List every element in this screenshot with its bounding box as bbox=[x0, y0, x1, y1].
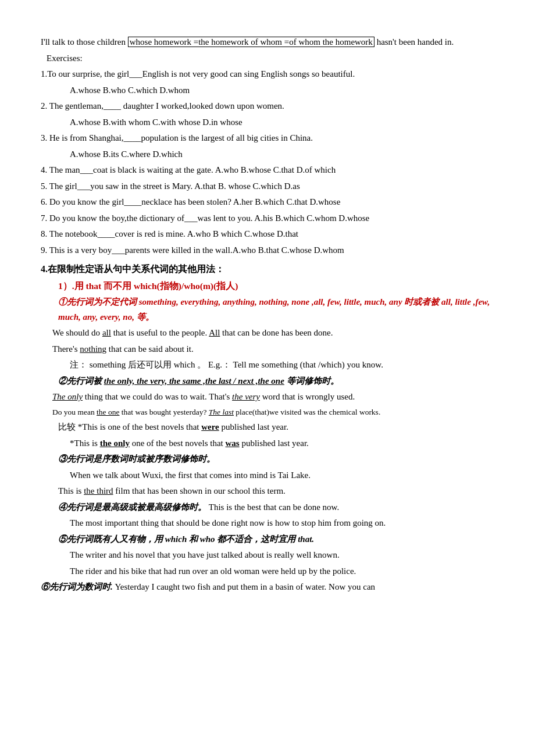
q3-answers: A.whose B.its C.where D.which bbox=[70, 147, 494, 162]
question-7: 7. Do you know the boy,the dictionary of… bbox=[41, 211, 494, 226]
question-4: 4. The man___coat is black is waiting at… bbox=[41, 163, 494, 178]
sub1-rule3: ③先行词是序数词时或被序数词修饰时。 bbox=[58, 452, 494, 467]
sub1-rule2: ②先行词被 the only, the very, the same ,the … bbox=[58, 374, 494, 389]
sub1-rule1: ①先行词为不定代词 something, everything, anythin… bbox=[58, 295, 494, 324]
question-6: 6. Do you know the girl____necklace has … bbox=[41, 195, 494, 210]
exercises-label: Exercises: bbox=[47, 51, 494, 66]
intro-paragraph: I'll talk to those children whose homewo… bbox=[41, 35, 494, 50]
sub1-compare: 比较 *This is one of the best novels that … bbox=[58, 420, 494, 435]
sub1-ex4: Do you mean the one that was bought yest… bbox=[52, 406, 494, 419]
page-content: I'll talk to those children whose homewo… bbox=[41, 35, 494, 595]
question-2: 2. The gentleman,____ daughter I worked,… bbox=[41, 99, 494, 114]
intro-text: I'll talk to those children bbox=[41, 37, 126, 47]
sub1-note: 注： something 后还可以用 which 。 E.g.： Tell me… bbox=[70, 358, 494, 373]
sub1-ex8: The writer and his novel that you have j… bbox=[70, 548, 494, 563]
sub1-ex9: The rider and his bike that had run over… bbox=[70, 564, 494, 579]
highlight-phrase: whose homework =the homework of whom =of… bbox=[128, 37, 374, 47]
sub1-ex6: This is the third film that has been sho… bbox=[58, 484, 494, 499]
sub1-ex2: There's nothing that can be said about i… bbox=[52, 342, 494, 357]
sub1-title: 1）.用 that 而不用 which(指物)/who(m)(指人) bbox=[58, 279, 494, 294]
q1-answers: A.whose B.who C.which D.whom bbox=[70, 83, 494, 98]
sub1-rule5: ⑤先行词既有人又有物，用 which 和 who 都不适合，这时宜用 that. bbox=[58, 532, 494, 547]
question-5: 5. The girl___you saw in the street is M… bbox=[41, 179, 494, 194]
sub1-ex7: The most important thing that should be … bbox=[70, 516, 494, 531]
question-9: 9. This is a very boy___parents were kil… bbox=[41, 243, 494, 258]
intro-end: hasn't been handed in. bbox=[377, 37, 454, 47]
section4-title: 4.在限制性定语从句中关系代词的其他用法： bbox=[41, 261, 494, 277]
q2-answers: A.whose B.with whom C.with whose D.in wh… bbox=[70, 115, 494, 130]
question-1: 1.To our surprise, the girl___English is… bbox=[41, 67, 494, 82]
sub1-compare2: *This is the only one of the best novels… bbox=[70, 436, 494, 451]
sub1-ex1: We should do all that is useful to the p… bbox=[52, 326, 494, 341]
sub1-ex3: The only thing that we could do was to w… bbox=[52, 390, 494, 405]
question-3: 3. He is from Shanghai,____population is… bbox=[41, 131, 494, 146]
sub1-ex5: When we talk about Wuxi, the first that … bbox=[70, 468, 494, 483]
sub1-rule6: ⑥先行词为数词时. Yesterday I caught two fish an… bbox=[41, 580, 494, 595]
question-8: 8. The notebook____cover is red is mine.… bbox=[41, 227, 494, 242]
sub1-rule4: ④先行词是最高级或被最高级修饰时。 This is the best that … bbox=[58, 500, 494, 515]
